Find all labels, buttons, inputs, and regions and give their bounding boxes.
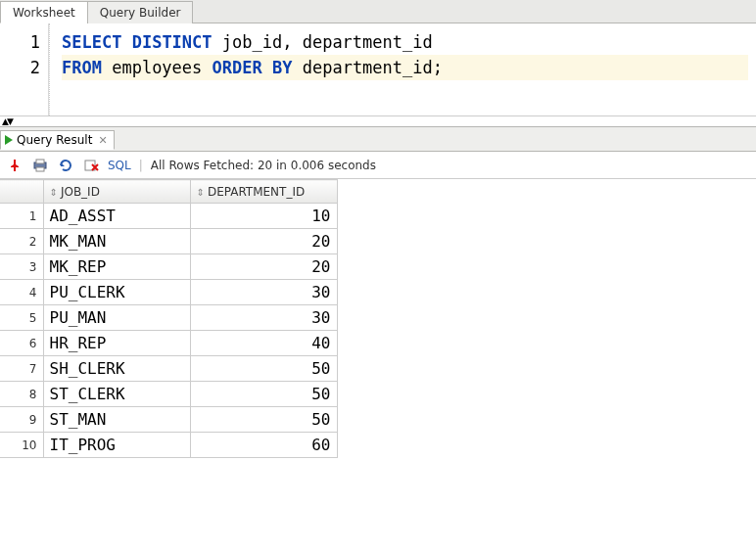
cell-job-id[interactable]: ST_CLERK: [43, 382, 190, 407]
sql-editor[interactable]: 12 SELECT DISTINCT job_id, department_id…: [0, 23, 756, 116]
status-text: All Rows Fetched: 20 in 0.006 seconds: [151, 159, 376, 172]
column-header-job_id[interactable]: ⇕JOB_ID: [43, 180, 190, 204]
result-tab-label: Query Result: [17, 133, 92, 147]
cell-job-id[interactable]: AD_ASST: [43, 204, 190, 229]
svg-rect-1: [36, 160, 44, 163]
row-number: 6: [0, 331, 43, 356]
cell-department-id[interactable]: 50: [190, 356, 337, 382]
sort-icon: ⇕: [197, 187, 205, 198]
sort-icon: ⇕: [50, 187, 58, 198]
print-icon[interactable]: [31, 157, 49, 174]
result-tabs: Query Result ✕: [0, 126, 756, 152]
row-number: 7: [0, 356, 43, 382]
cell-job-id[interactable]: ST_MAN: [43, 407, 190, 433]
rownum-header: [0, 180, 43, 204]
sql-link[interactable]: SQL: [108, 159, 131, 172]
cell-department-id[interactable]: 30: [190, 280, 337, 305]
editor-gutter: 12: [0, 23, 49, 115]
table-row[interactable]: 9ST_MAN50: [0, 407, 337, 433]
cell-department-id[interactable]: 50: [190, 382, 337, 407]
cell-department-id[interactable]: 40: [190, 331, 337, 356]
table-row[interactable]: 8ST_CLERK50: [0, 382, 337, 407]
pin-icon[interactable]: [6, 157, 24, 174]
cell-department-id[interactable]: 20: [190, 254, 337, 280]
result-grid[interactable]: ⇕JOB_ID⇕DEPARTMENT_ID1AD_ASST102MK_MAN20…: [0, 179, 338, 458]
cell-job-id[interactable]: PU_MAN: [43, 305, 190, 331]
row-number: 1: [0, 204, 43, 229]
editor-tabs: Worksheet Query Builder: [0, 0, 756, 23]
cell-job-id[interactable]: MK_REP: [43, 254, 190, 280]
cell-department-id[interactable]: 50: [190, 407, 337, 433]
table-row[interactable]: 1AD_ASST10: [0, 204, 337, 229]
cell-department-id[interactable]: 10: [190, 204, 337, 229]
cell-job-id[interactable]: MK_MAN: [43, 229, 190, 254]
cell-job-id[interactable]: IT_PROG: [43, 433, 190, 458]
row-number: 9: [0, 407, 43, 433]
result-toolbar: SQL | All Rows Fetched: 20 in 0.006 seco…: [0, 152, 756, 179]
table-row[interactable]: 6HR_REP40: [0, 331, 337, 356]
cell-job-id[interactable]: PU_CLERK: [43, 280, 190, 305]
tab-query-result[interactable]: Query Result ✕: [0, 130, 115, 150]
cell-department-id[interactable]: 20: [190, 229, 337, 254]
column-label: JOB_ID: [61, 185, 100, 199]
cell-department-id[interactable]: 60: [190, 433, 337, 458]
splitter-handle[interactable]: ▲▼: [0, 116, 756, 126]
result-grid-wrap: ⇕JOB_ID⇕DEPARTMENT_ID1AD_ASST102MK_MAN20…: [0, 179, 756, 458]
code-line[interactable]: SELECT DISTINCT job_id, department_id: [62, 29, 748, 55]
table-row[interactable]: 5PU_MAN30: [0, 305, 337, 331]
tab-worksheet[interactable]: Worksheet: [0, 1, 88, 23]
row-number: 5: [0, 305, 43, 331]
close-icon[interactable]: ✕: [98, 134, 107, 147]
line-number: 1: [0, 29, 48, 55]
table-row[interactable]: 3MK_REP20: [0, 254, 337, 280]
row-number: 10: [0, 433, 43, 458]
table-row[interactable]: 2MK_MAN20: [0, 229, 337, 254]
cell-job-id[interactable]: SH_CLERK: [43, 356, 190, 382]
row-number: 4: [0, 280, 43, 305]
refresh-icon[interactable]: [57, 157, 74, 174]
column-label: DEPARTMENT_ID: [208, 185, 305, 199]
table-row[interactable]: 4PU_CLERK30: [0, 280, 337, 305]
delete-icon[interactable]: [82, 157, 100, 174]
separator: |: [139, 159, 143, 172]
table-row[interactable]: 10IT_PROG60: [0, 433, 337, 458]
cell-department-id[interactable]: 30: [190, 305, 337, 331]
editor-code[interactable]: SELECT DISTINCT job_id, department_idFRO…: [49, 23, 756, 115]
cell-job-id[interactable]: HR_REP: [43, 331, 190, 356]
row-number: 8: [0, 382, 43, 407]
row-number: 2: [0, 229, 43, 254]
tab-query-builder[interactable]: Query Builder: [87, 1, 194, 23]
svg-rect-2: [36, 167, 44, 171]
run-icon: [5, 135, 13, 145]
column-header-department_id[interactable]: ⇕DEPARTMENT_ID: [190, 180, 337, 204]
table-row[interactable]: 7SH_CLERK50: [0, 356, 337, 382]
line-number: 2: [0, 55, 48, 80]
row-number: 3: [0, 254, 43, 280]
code-line[interactable]: FROM employees ORDER BY department_id;: [62, 55, 748, 80]
